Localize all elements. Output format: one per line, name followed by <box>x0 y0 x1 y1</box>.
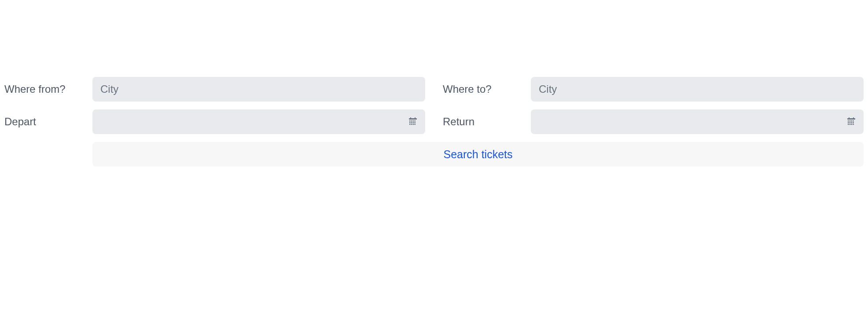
depart-input-wrapper <box>92 109 425 134</box>
locations-row: Where from? Where to? <box>4 77 864 102</box>
depart-input[interactable] <box>92 109 425 134</box>
button-spacer <box>4 142 92 167</box>
from-label: Where from? <box>4 83 92 95</box>
return-label: Return <box>443 116 531 128</box>
search-tickets-button[interactable]: Search tickets <box>92 142 864 167</box>
ticket-search-form: Where from? Where to? Depart <box>4 77 864 167</box>
dates-row: Depart <box>4 109 864 134</box>
from-input-wrapper <box>92 77 425 102</box>
depart-label: Depart <box>4 116 92 128</box>
to-label: Where to? <box>443 83 531 95</box>
return-input-wrapper <box>531 109 864 134</box>
to-input-wrapper <box>531 77 864 102</box>
from-group: Where from? <box>4 77 425 102</box>
depart-group: Depart <box>4 109 425 134</box>
from-input[interactable] <box>92 77 425 102</box>
return-input[interactable] <box>531 109 864 134</box>
button-row: Search tickets <box>4 142 864 167</box>
return-group: Return <box>443 109 864 134</box>
to-group: Where to? <box>443 77 864 102</box>
to-input[interactable] <box>531 77 864 102</box>
